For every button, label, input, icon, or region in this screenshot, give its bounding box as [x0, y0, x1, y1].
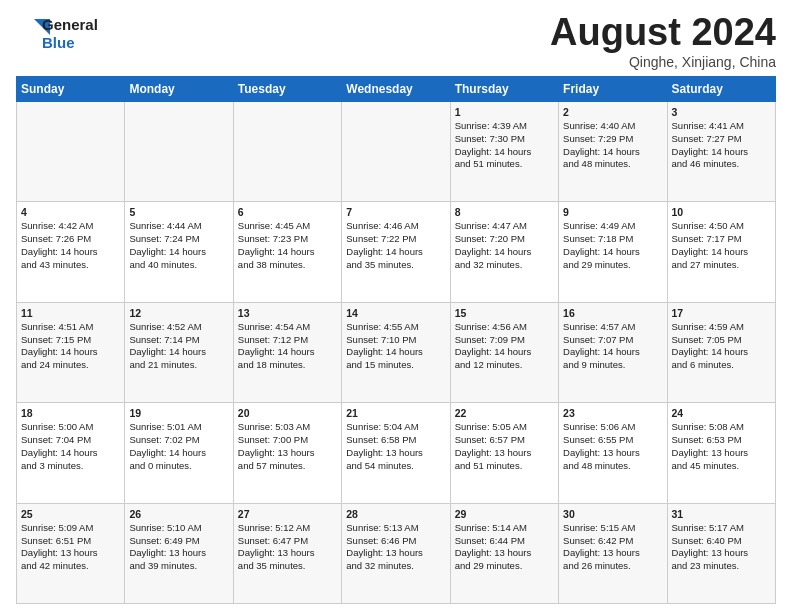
calendar-cell-w1-d1: [17, 101, 125, 201]
calendar-cell-w2-d3: 6Sunrise: 4:45 AMSunset: 7:23 PMDaylight…: [233, 202, 341, 302]
cell-text: Sunrise: 4:55 AM: [346, 321, 445, 334]
cell-text: Daylight: 14 hours: [21, 246, 120, 259]
calendar-cell-w1-d3: [233, 101, 341, 201]
cell-text: Sunrise: 4:52 AM: [129, 321, 228, 334]
calendar-cell-w2-d5: 8Sunrise: 4:47 AMSunset: 7:20 PMDaylight…: [450, 202, 558, 302]
cell-text: Sunset: 7:15 PM: [21, 334, 120, 347]
logo-blue: Blue: [42, 34, 98, 52]
col-monday: Monday: [125, 76, 233, 101]
cell-text: Sunrise: 5:13 AM: [346, 522, 445, 535]
cell-text: Sunset: 6:51 PM: [21, 535, 120, 548]
cell-text: Daylight: 14 hours: [672, 346, 771, 359]
cell-text: Sunset: 6:57 PM: [455, 434, 554, 447]
cell-text: Sunset: 7:04 PM: [21, 434, 120, 447]
cell-text: and 0 minutes.: [129, 460, 228, 473]
cell-text: Daylight: 14 hours: [563, 246, 662, 259]
cell-text: Daylight: 13 hours: [563, 547, 662, 560]
calendar-cell-w5-d1: 25Sunrise: 5:09 AMSunset: 6:51 PMDayligh…: [17, 503, 125, 603]
logo-general: General: [42, 16, 98, 34]
cell-text: Sunset: 7:22 PM: [346, 233, 445, 246]
calendar-cell-w2-d6: 9Sunrise: 4:49 AMSunset: 7:18 PMDaylight…: [559, 202, 667, 302]
calendar-cell-w3-d7: 17Sunrise: 4:59 AMSunset: 7:05 PMDayligh…: [667, 302, 775, 402]
calendar-cell-w5-d2: 26Sunrise: 5:10 AMSunset: 6:49 PMDayligh…: [125, 503, 233, 603]
cell-text: Daylight: 14 hours: [21, 346, 120, 359]
calendar-cell-w3-d2: 12Sunrise: 4:52 AMSunset: 7:14 PMDayligh…: [125, 302, 233, 402]
week-row-4: 18Sunrise: 5:00 AMSunset: 7:04 PMDayligh…: [17, 403, 776, 503]
day-number-8: 8: [455, 205, 554, 219]
cell-text: Sunrise: 4:54 AM: [238, 321, 337, 334]
col-saturday: Saturday: [667, 76, 775, 101]
cell-text: Daylight: 13 hours: [346, 547, 445, 560]
calendar-cell-w1-d5: 1Sunrise: 4:39 AMSunset: 7:30 PMDaylight…: [450, 101, 558, 201]
cell-text: and 48 minutes.: [563, 158, 662, 171]
cell-text: and 32 minutes.: [346, 560, 445, 573]
calendar-cell-w5-d7: 31Sunrise: 5:17 AMSunset: 6:40 PMDayligh…: [667, 503, 775, 603]
page-title-month: August 2024: [550, 12, 776, 54]
day-number-6: 6: [238, 205, 337, 219]
cell-text: Sunrise: 5:14 AM: [455, 522, 554, 535]
cell-text: Sunrise: 5:10 AM: [129, 522, 228, 535]
calendar-cell-w4-d2: 19Sunrise: 5:01 AMSunset: 7:02 PMDayligh…: [125, 403, 233, 503]
calendar-table: Sunday Monday Tuesday Wednesday Thursday…: [16, 76, 776, 604]
cell-text: and 21 minutes.: [129, 359, 228, 372]
cell-text: and 24 minutes.: [21, 359, 120, 372]
calendar-cell-w3-d4: 14Sunrise: 4:55 AMSunset: 7:10 PMDayligh…: [342, 302, 450, 402]
cell-text: and 51 minutes.: [455, 460, 554, 473]
day-number-25: 25: [21, 507, 120, 521]
cell-text: Sunset: 6:40 PM: [672, 535, 771, 548]
day-number-28: 28: [346, 507, 445, 521]
week-row-5: 25Sunrise: 5:09 AMSunset: 6:51 PMDayligh…: [17, 503, 776, 603]
cell-text: Sunrise: 5:04 AM: [346, 421, 445, 434]
col-thursday: Thursday: [450, 76, 558, 101]
cell-text: Sunset: 6:53 PM: [672, 434, 771, 447]
calendar-cell-w5-d3: 27Sunrise: 5:12 AMSunset: 6:47 PMDayligh…: [233, 503, 341, 603]
cell-text: and 27 minutes.: [672, 259, 771, 272]
day-number-12: 12: [129, 306, 228, 320]
cell-text: Sunrise: 5:06 AM: [563, 421, 662, 434]
calendar-cell-w4-d6: 23Sunrise: 5:06 AMSunset: 6:55 PMDayligh…: [559, 403, 667, 503]
day-number-29: 29: [455, 507, 554, 521]
cell-text: and 48 minutes.: [563, 460, 662, 473]
cell-text: and 57 minutes.: [238, 460, 337, 473]
day-number-23: 23: [563, 406, 662, 420]
cell-text: Sunset: 7:24 PM: [129, 233, 228, 246]
cell-text: Daylight: 14 hours: [238, 346, 337, 359]
calendar-cell-w4-d1: 18Sunrise: 5:00 AMSunset: 7:04 PMDayligh…: [17, 403, 125, 503]
cell-text: and 42 minutes.: [21, 560, 120, 573]
cell-text: Sunset: 7:14 PM: [129, 334, 228, 347]
cell-text: and 46 minutes.: [672, 158, 771, 171]
page: General Blue August 2024 Qinghe, Xinjian…: [0, 0, 792, 612]
cell-text: Daylight: 13 hours: [346, 447, 445, 460]
calendar-cell-w3-d6: 16Sunrise: 4:57 AMSunset: 7:07 PMDayligh…: [559, 302, 667, 402]
calendar-cell-w4-d5: 22Sunrise: 5:05 AMSunset: 6:57 PMDayligh…: [450, 403, 558, 503]
cell-text: Sunset: 6:55 PM: [563, 434, 662, 447]
cell-text: Daylight: 14 hours: [129, 346, 228, 359]
cell-text: Daylight: 13 hours: [672, 547, 771, 560]
day-number-5: 5: [129, 205, 228, 219]
cell-text: and 6 minutes.: [672, 359, 771, 372]
calendar-cell-w4-d7: 24Sunrise: 5:08 AMSunset: 6:53 PMDayligh…: [667, 403, 775, 503]
day-number-26: 26: [129, 507, 228, 521]
cell-text: Sunset: 6:44 PM: [455, 535, 554, 548]
cell-text: and 43 minutes.: [21, 259, 120, 272]
cell-text: Sunset: 7:02 PM: [129, 434, 228, 447]
cell-text: Daylight: 14 hours: [455, 246, 554, 259]
cell-text: Sunset: 7:23 PM: [238, 233, 337, 246]
cell-text: Daylight: 13 hours: [563, 447, 662, 460]
cell-text: Sunrise: 4:50 AM: [672, 220, 771, 233]
cell-text: Sunrise: 5:12 AM: [238, 522, 337, 535]
day-number-22: 22: [455, 406, 554, 420]
cell-text: Daylight: 13 hours: [455, 547, 554, 560]
cell-text: Sunset: 6:46 PM: [346, 535, 445, 548]
cell-text: and 39 minutes.: [129, 560, 228, 573]
day-number-3: 3: [672, 105, 771, 119]
col-tuesday: Tuesday: [233, 76, 341, 101]
calendar-cell-w1-d4: [342, 101, 450, 201]
cell-text: Sunrise: 4:57 AM: [563, 321, 662, 334]
day-number-15: 15: [455, 306, 554, 320]
cell-text: Daylight: 13 hours: [238, 447, 337, 460]
calendar-cell-w1-d7: 3Sunrise: 4:41 AMSunset: 7:27 PMDaylight…: [667, 101, 775, 201]
calendar-cell-w2-d1: 4Sunrise: 4:42 AMSunset: 7:26 PMDaylight…: [17, 202, 125, 302]
calendar-cell-w4-d4: 21Sunrise: 5:04 AMSunset: 6:58 PMDayligh…: [342, 403, 450, 503]
day-number-2: 2: [563, 105, 662, 119]
